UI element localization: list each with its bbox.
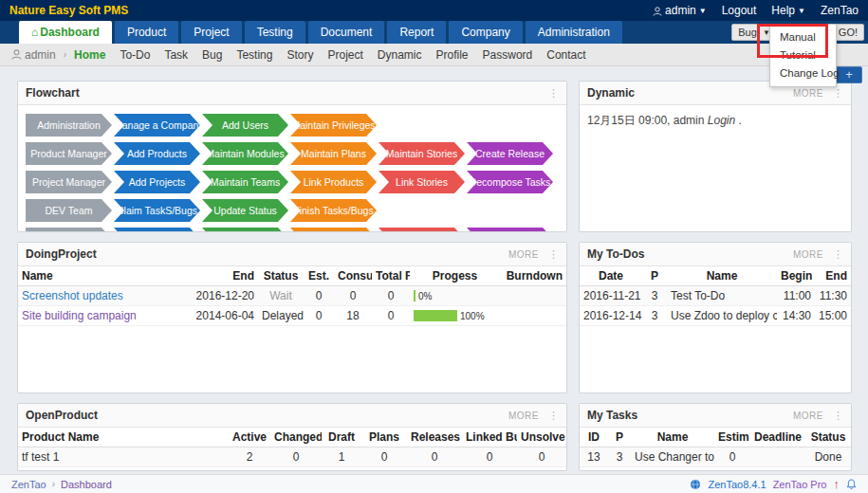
flow-step[interactable]: Maintain Privileges (290, 114, 377, 137)
flow-step[interactable]: Fix Bugs (379, 228, 465, 232)
footer-version-link[interactable]: ZenTao8.4.1 (708, 479, 766, 490)
panel-menu-icon[interactable]: ⋮ (833, 248, 843, 261)
breadcrumb-item-story[interactable]: Story (286, 48, 313, 62)
panel-menu-icon[interactable]: ⋮ (548, 410, 559, 422)
flow-step[interactable]: Decompose Tasks (467, 171, 553, 193)
flow-step[interactable]: Maintain Stories (379, 142, 465, 165)
breadcrumb-item-task[interactable]: Task (164, 48, 188, 62)
breadcrumb-item-password[interactable]: Password (483, 48, 533, 62)
flow-step[interactable]: Create Release (467, 142, 553, 165)
user-icon (653, 7, 662, 16)
tab-company[interactable]: Company (449, 21, 522, 44)
more-link[interactable]: MORE (508, 249, 539, 260)
table-row: 13 3 Use Changer to design webs 0 Done (580, 447, 851, 467)
more-link[interactable]: MORE (793, 88, 823, 99)
menu-item-tutorial[interactable]: Tutorial (770, 46, 836, 64)
flow-row-dev-team: DEV Team Claim TaskS/Bugs Update Status … (26, 199, 559, 222)
menu-item-manual[interactable]: Manual (770, 28, 836, 46)
task-link[interactable]: Use Changer to design webs (631, 447, 714, 467)
col-consumed: Consu (334, 266, 372, 286)
breadcrumb-item-bug[interactable]: Bug (202, 48, 222, 62)
user-menu[interactable]: admin▼ (653, 4, 707, 17)
table-row: 10 Color set 0 Done (580, 467, 851, 472)
globe-icon (690, 479, 701, 490)
tab-dashboard[interactable]: ⌂Dashboard (19, 21, 112, 44)
open-product-panel: OpenProduct MORE ⋮ Product Name Active C… (17, 403, 567, 471)
flow-step[interactable]: Report Bugs (290, 228, 377, 232)
zentao-link[interactable]: ZenTao (821, 4, 859, 17)
flow-step[interactable]: DEV Team (26, 199, 112, 222)
breadcrumb-item-contact[interactable]: Contact (546, 48, 585, 62)
flow-step[interactable]: Testing Team (26, 228, 112, 232)
dynamic-panel: Dynamic MORE ⋮ 12月15日 09:00, admin Login… (579, 81, 852, 232)
table-row: 2016-11-21 3 Test To-Do 11:00 11:30 (580, 286, 851, 306)
breadcrumb-item-testing[interactable]: Testing (236, 48, 272, 62)
flow-step[interactable]: Maintain Modules (202, 142, 288, 165)
breadcrumb-user[interactable]: admin (25, 48, 56, 62)
more-link[interactable]: MORE (793, 249, 823, 260)
project-link[interactable]: Site building campaign (22, 309, 137, 322)
breadcrumb-item-home[interactable]: Home (74, 48, 105, 62)
tab-administration[interactable]: Administration (526, 21, 622, 44)
tab-product[interactable]: Product (115, 21, 178, 44)
tab-testing[interactable]: Testing (245, 21, 305, 44)
tab-project[interactable]: Project (181, 21, 241, 44)
panel-menu-icon[interactable]: ⋮ (833, 87, 843, 100)
status-text: Wait (258, 286, 304, 306)
tab-document[interactable]: Document (308, 21, 385, 44)
breadcrumb-item-profile[interactable]: Profile (436, 48, 469, 62)
flow-step[interactable]: Write Cases (114, 228, 200, 232)
flow-step[interactable]: Link Products (290, 171, 377, 193)
help-menu-button[interactable]: Help▼ (771, 4, 805, 17)
flowchart-panel: Flowchart ⋮ Administration Manage a Comp… (17, 81, 567, 232)
more-link[interactable]: MORE (508, 411, 539, 421)
project-link[interactable]: Screenshot updates (22, 289, 123, 302)
flow-step[interactable]: Add Users (202, 114, 288, 137)
add-panel-button[interactable]: + (836, 66, 862, 83)
flow-step[interactable]: Administration (26, 114, 112, 137)
upgrade-arrow-icon[interactable]: ↑ (834, 477, 840, 491)
task-link[interactable]: Color set (631, 467, 714, 472)
end-date: 2014-06-04 (190, 306, 258, 326)
flow-step[interactable]: Claim TaskS/Bugs (114, 199, 200, 222)
flow-step[interactable]: Product Manager (26, 142, 112, 165)
dynamic-entry: 12月15日 09:00, admin Login . (580, 105, 851, 137)
flow-step[interactable]: Finish Tasks/Bugs (290, 199, 377, 222)
top-bar: Nature Easy Soft PMS admin▼ Logout Help▼… (0, 0, 868, 21)
product-link[interactable]: Internal Management System (18, 467, 229, 472)
flow-step[interactable]: Add Projects (114, 171, 200, 193)
menu-item-changelog[interactable]: Change Log (770, 64, 836, 82)
more-link[interactable]: MORE (793, 411, 823, 421)
breadcrumb: admin › Home To-Do Task Bug Testing Stor… (0, 44, 868, 66)
bell-icon[interactable] (846, 479, 857, 490)
flow-step[interactable]: Project Manager (26, 171, 112, 193)
flow-step[interactable]: Link Stories (379, 171, 465, 193)
todo-link[interactable]: Test To-Do (667, 286, 777, 306)
flow-step[interactable]: Update Status (202, 199, 288, 222)
footer-page-link[interactable]: Dashboard (61, 479, 112, 490)
panel-title: My To-Dos (587, 247, 644, 261)
panel-menu-icon[interactable]: ⋮ (833, 410, 843, 422)
footer-app-link[interactable]: ZenTao (11, 479, 46, 490)
breadcrumb-separator: › (64, 49, 66, 60)
todo-link[interactable]: Use Zdoo to deploy company man (667, 306, 777, 326)
tab-report[interactable]: Report (387, 21, 446, 44)
product-link[interactable]: tf test 1 (18, 447, 229, 467)
flow-step[interactable]: Maintain Plans (290, 142, 377, 165)
flow-step[interactable]: Add Products (114, 142, 200, 165)
company-title: Nature Easy Soft PMS (9, 4, 128, 17)
panel-menu-icon[interactable]: ⋮ (548, 87, 559, 100)
breadcrumb-item-dynamic[interactable]: Dynamic (378, 48, 422, 62)
flow-step[interactable]: Maintain Teams (202, 171, 288, 193)
breadcrumb-item-project[interactable]: Project (327, 48, 362, 62)
flow-step[interactable]: Manage a Company (114, 114, 200, 137)
flow-row-product-manager: Product Manager Add Products Maintain Mo… (26, 142, 559, 165)
panel-menu-icon[interactable]: ⋮ (548, 248, 559, 261)
footer-pro-link[interactable]: ZenTao Pro (773, 479, 827, 490)
col-status: Status (258, 266, 304, 286)
breadcrumb-item-todo[interactable]: To-Do (120, 48, 150, 62)
flow-step[interactable]: Close Bugs (467, 228, 553, 232)
logout-link[interactable]: Logout (722, 4, 757, 17)
flow-step[interactable]: Implement Cases (202, 228, 288, 232)
col-est: Est. (304, 266, 334, 286)
